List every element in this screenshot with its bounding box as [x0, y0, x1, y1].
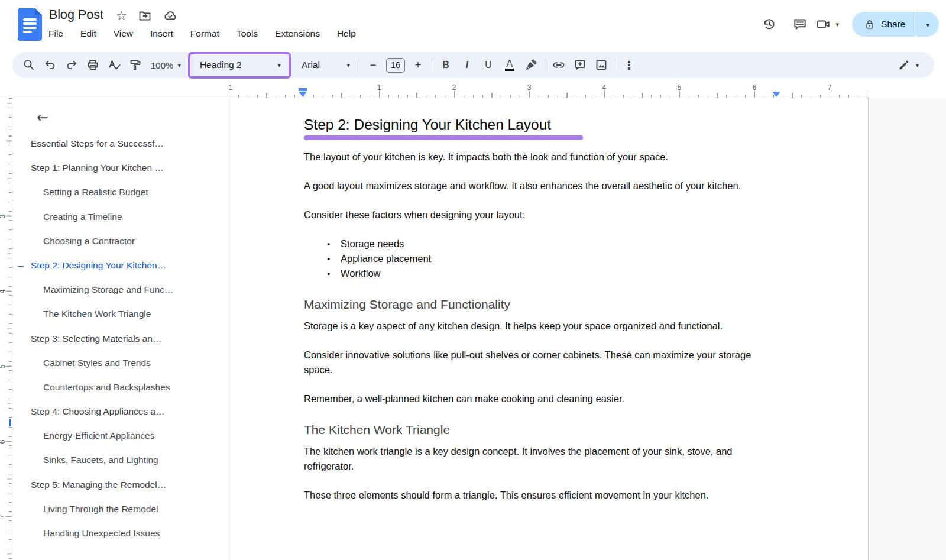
print-button[interactable]	[82, 54, 103, 76]
bold-button[interactable]: B	[435, 54, 456, 76]
doc-paragraph[interactable]: These three elements should form a trian…	[304, 488, 776, 503]
menu-insert[interactable]: Insert	[150, 27, 174, 40]
outline-item-active[interactable]: – Step 2: Designing Your Kitchen…	[12, 253, 228, 277]
decrease-font-size-button[interactable]: −	[362, 54, 384, 76]
outline-item[interactable]: Creating a Timeline	[12, 205, 228, 229]
font-size-input[interactable]: 16	[386, 58, 405, 73]
doc-heading-maximizing-storage[interactable]: Maximizing Storage and Functionality	[304, 296, 776, 313]
doc-paragraph[interactable]: Storage is a key aspect of any kitchen d…	[304, 319, 776, 334]
link-icon	[552, 58, 566, 72]
outline-item[interactable]: Sinks, Faucets, and Lighting	[12, 448, 228, 472]
add-comment-button[interactable]	[569, 54, 591, 76]
document-page[interactable]: Step 2: Designing Your Kitchen Layout Th…	[229, 98, 869, 560]
close-outline-button[interactable]: ←	[30, 105, 55, 130]
doc-paragraph[interactable]: Consider innovative solutions like pull-…	[304, 348, 776, 377]
chevron-down-icon: ▾	[916, 61, 919, 69]
menu-tools[interactable]: Tools	[236, 27, 258, 40]
doc-bullet-item[interactable]: Storage needs	[341, 237, 776, 251]
zoom-value: 100%	[151, 60, 173, 70]
workspace: 3 4 5 6 7 8 ← Essential Steps for a Succ…	[0, 98, 946, 560]
insert-link-button[interactable]	[548, 54, 569, 76]
video-call-caret-icon[interactable]: ▾	[836, 21, 840, 28]
cloud-saved-icon[interactable]	[163, 9, 178, 23]
doc-bullet-item[interactable]: Appliance placement	[341, 251, 776, 266]
outline-item[interactable]: Countertops and Backsplashes	[12, 375, 228, 399]
chevron-down-icon: ▾	[346, 61, 350, 69]
top-bar: Blog Post ☆ File Edit View Insert Format…	[0, 0, 946, 50]
outline-item[interactable]: Choosing a Contractor	[12, 229, 228, 253]
outline-item[interactable]: Step 1: Planning Your Kitchen …	[12, 156, 228, 180]
outline-item[interactable]: The Kitchen Work Triangle	[12, 302, 228, 326]
document-title[interactable]: Blog Post	[49, 8, 103, 22]
doc-heading-work-triangle[interactable]: The Kitchen Work Triangle	[304, 422, 776, 438]
menu-edit[interactable]: Edit	[80, 27, 97, 40]
spell-check-button[interactable]	[103, 54, 125, 76]
video-call-icon	[815, 17, 831, 32]
doc-paragraph[interactable]: A good layout maximizes storage and work…	[304, 179, 776, 193]
outline-item[interactable]: Energy-Efficient Appliances	[12, 423, 228, 448]
spell-check-icon	[107, 58, 121, 72]
paragraph-style-value: Heading 2	[200, 60, 242, 70]
left-indent-marker[interactable]	[299, 88, 307, 98]
menu-bar: File Edit View Insert Format Tools Exten…	[48, 27, 357, 40]
outline-item[interactable]: Cabinet Styles and Trends	[12, 351, 228, 375]
doc-bullet-item[interactable]: Workflow	[341, 266, 776, 281]
redo-icon	[64, 58, 79, 72]
undo-button[interactable]	[40, 54, 61, 76]
outline-item[interactable]: Handling Unexpected Issues	[12, 521, 228, 545]
star-icon[interactable]: ☆	[116, 9, 127, 23]
underline-button[interactable]: U	[478, 54, 499, 76]
toolbar-divider	[359, 59, 359, 72]
doc-paragraph[interactable]: The kitchen work triangle is a key desig…	[304, 444, 776, 474]
menu-extensions[interactable]: Extensions	[274, 27, 320, 40]
search-menus-button[interactable]	[18, 54, 40, 76]
share-button[interactable]: Share	[852, 18, 916, 31]
font-family-value: Arial	[302, 60, 320, 70]
outline-item[interactable]: Maximizing Storage and Func…	[12, 277, 228, 302]
docs-logo-icon[interactable]	[18, 8, 42, 41]
font-family-select[interactable]: Arial ▾	[293, 60, 356, 70]
join-call-button[interactable]: ▾	[815, 17, 840, 32]
outline-list: Essential Steps for a Successf… Step 1: …	[12, 131, 228, 545]
chevron-down-icon: ▾	[926, 21, 929, 29]
annotation-underline	[304, 135, 583, 140]
paint-format-button[interactable]	[125, 54, 146, 76]
image-icon	[594, 58, 608, 72]
doc-paragraph[interactable]: Consider these factors when designing yo…	[304, 208, 776, 222]
outline-item[interactable]: Step 3: Selecting Materials an…	[12, 326, 228, 351]
right-indent-marker[interactable]	[772, 92, 781, 97]
increase-font-size-button[interactable]: +	[407, 54, 429, 76]
share-options-caret[interactable]: ▾	[916, 19, 939, 30]
outline-item[interactable]: Setting a Realistic Budget	[12, 180, 228, 204]
highlight-color-button[interactable]	[520, 54, 542, 76]
print-icon	[86, 58, 100, 72]
text-color-button[interactable]: A	[499, 54, 520, 76]
editing-mode-button[interactable]: ▾	[892, 54, 925, 76]
outline-item[interactable]: Step 5: Managing the Remodel…	[12, 472, 228, 497]
doc-paragraph[interactable]: The layout of your kitchen is key. It im…	[304, 150, 776, 164]
menu-view[interactable]: View	[113, 27, 134, 40]
doc-heading-step2[interactable]: Step 2: Designing Your Kitchen Layout	[304, 116, 776, 134]
share-button-group: Share ▾	[852, 12, 939, 37]
active-item-dash: –	[18, 253, 23, 277]
doc-bullet-list: Storage needs Appliance placement Workfl…	[304, 237, 776, 281]
insert-image-button[interactable]	[591, 54, 612, 76]
menu-file[interactable]: File	[48, 27, 64, 40]
back-arrow-icon: ←	[37, 109, 48, 126]
menu-help[interactable]: Help	[336, 27, 357, 40]
chevron-down-icon: ▾	[177, 61, 181, 69]
outline-item[interactable]: Essential Steps for a Successf…	[12, 131, 228, 156]
move-folder-icon[interactable]	[138, 9, 152, 23]
italic-button[interactable]: I	[456, 54, 478, 76]
doc-paragraph[interactable]: Remember, a well-planned kitchen can mak…	[304, 391, 776, 406]
annotation-box-heading2[interactable]: Heading 2 ▾	[188, 52, 291, 79]
more-toolbar-options-button[interactable]: ⋮	[618, 54, 640, 76]
toolbar-divider	[432, 59, 432, 72]
menu-format[interactable]: Format	[190, 27, 220, 40]
outline-item[interactable]: Step 4: Choosing Appliances a…	[12, 399, 228, 423]
open-comments-button[interactable]	[785, 11, 815, 38]
outline-item[interactable]: Living Through the Remodel	[12, 497, 228, 521]
redo-button[interactable]	[61, 54, 82, 76]
zoom-select[interactable]: 100% ▾	[146, 60, 186, 70]
version-history-button[interactable]	[754, 11, 785, 38]
